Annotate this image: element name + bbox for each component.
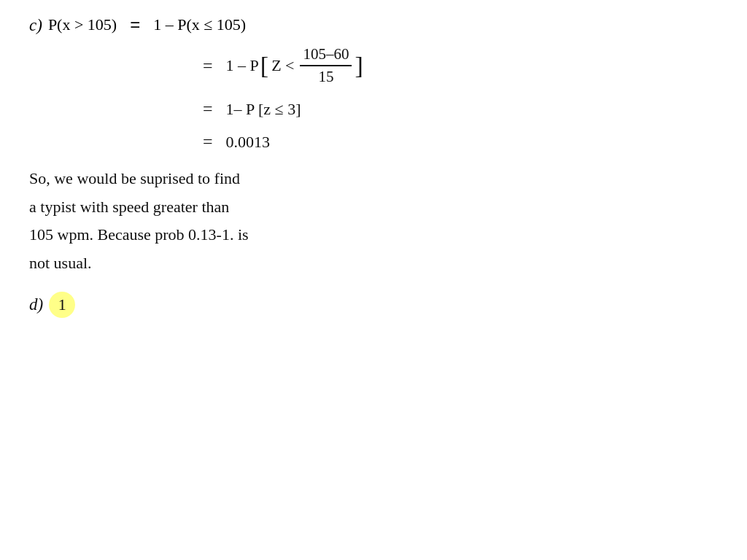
line4-rhs: 0.0013: [226, 133, 271, 152]
line3-rhs: 1– P [z ≤ 3]: [226, 100, 301, 119]
z-symbol: Z <: [271, 56, 294, 75]
rhs-expression-1: 1 – P(x ≤ 105): [153, 15, 246, 34]
text-line-4: not usual.: [29, 249, 718, 278]
equals-3: =: [203, 99, 213, 119]
line2-prefix: 1 – P: [226, 56, 259, 75]
lhs-expression: P(x > 105): [48, 15, 117, 34]
equals-1: =: [130, 15, 140, 35]
bracket-open-big: [: [260, 53, 268, 78]
part-d-section: d) 1: [29, 292, 718, 318]
math-line-4: = 0.0013: [190, 132, 718, 152]
equals-2: =: [203, 56, 213, 76]
math-line-3: = 1– P [z ≤ 3]: [190, 99, 718, 119]
part-c-header: c) P(x > 105) = 1 – P(x ≤ 105): [29, 15, 718, 35]
fraction-denominator: 15: [315, 66, 336, 86]
text-line-2: a typist with speed greater than: [29, 193, 718, 222]
equals-4: =: [203, 132, 213, 152]
highlighted-value: 1: [49, 292, 75, 318]
text-line-3: 105 wpm. Because prob 0.13-1. is: [29, 221, 718, 249]
math-line-2: = 1 – P [ Z < 105–60 15 ]: [190, 45, 718, 86]
fraction-numerator: 105–60: [300, 45, 352, 66]
part-c-label: c): [29, 16, 42, 35]
part-d-label: d): [29, 295, 43, 314]
bracket-close-big: ]: [355, 53, 363, 78]
page: c) P(x > 105) = 1 – P(x ≤ 105) = 1 – P […: [0, 0, 747, 560]
text-line-1: So, we would be suprised to find: [29, 165, 718, 193]
fraction: 105–60 15: [300, 45, 352, 86]
text-section: So, we would be suprised to find a typis…: [29, 165, 718, 277]
